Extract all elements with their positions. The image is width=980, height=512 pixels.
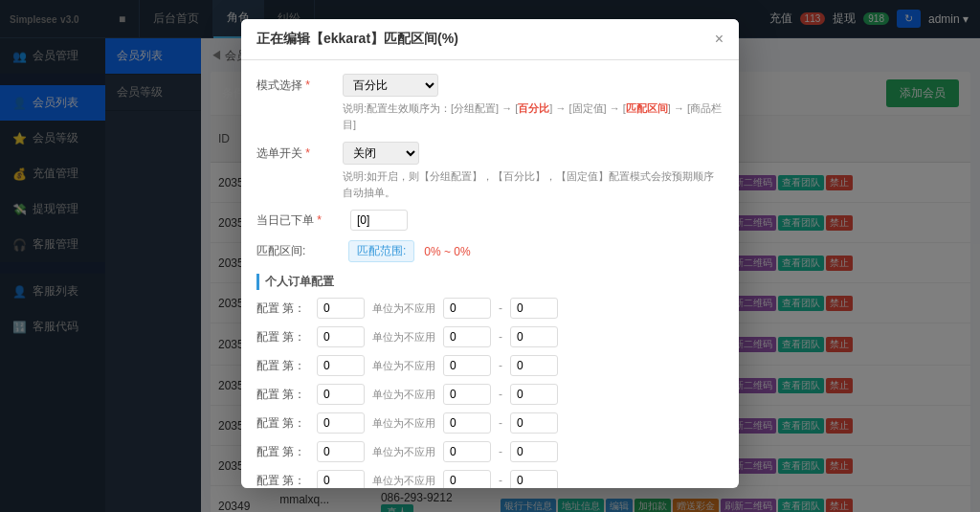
modal-title: 正在编辑【ekkarat】匹配区间(%)	[256, 31, 458, 48]
config-label-0: 配置 第：	[256, 301, 309, 317]
config-unit-4: 单位为不应用	[372, 416, 435, 431]
config-v2-6[interactable]	[510, 470, 558, 488]
config-v2-0[interactable]	[510, 298, 558, 319]
config-unit-6: 单位为不应用	[372, 474, 435, 488]
config-v2-4[interactable]	[510, 412, 558, 434]
mode-label-text: 模式选择	[256, 78, 302, 92]
config-unit-5: 单位为不应用	[372, 445, 435, 459]
today-orders-row: 当日已下单 *	[256, 210, 724, 231]
config-row-5: 配置 第： 单位为不应用 -	[256, 441, 724, 462]
config-label-2: 配置 第：	[256, 358, 309, 374]
match-range-label: 匹配区间:	[256, 243, 343, 259]
mode-row: 模式选择 * 百分比 固定值 匹配区间 说明:配置生效顺序为：[分组配置] → …	[256, 74, 724, 132]
modal-header: 正在编辑【ekkarat】匹配区间(%) ×	[241, 19, 739, 60]
config-row-4: 配置 第： 单位为不应用 -	[256, 412, 724, 434]
config-num-6[interactable]	[317, 470, 365, 488]
switch-label-text: 选单开关 *	[256, 142, 343, 162]
mode-hint: 说明:配置生效顺序为：[分组配置] → [百分比] → [固定值] → [匹配区…	[343, 100, 724, 132]
config-v1-3[interactable]	[443, 384, 491, 405]
config-v2-1[interactable]	[510, 326, 558, 347]
match-range-row: 匹配区间: 匹配范围: 0% ~ 0%	[256, 240, 724, 262]
switch-required: *	[305, 146, 310, 160]
match-range-val: 0% ~ 0%	[424, 245, 470, 258]
config-row-3: 配置 第： 单位为不应用 -	[256, 384, 724, 405]
config-num-5[interactable]	[317, 441, 365, 462]
personal-config-title: 个人订单配置	[256, 274, 724, 290]
today-value-input[interactable]	[350, 210, 408, 231]
config-v2-2[interactable]	[510, 355, 558, 376]
modal-body: 模式选择 * 百分比 固定值 匹配区间 说明:配置生效顺序为：[分组配置] → …	[241, 60, 739, 488]
divider-0: -	[499, 301, 502, 315]
switch-row: 选单开关 * 关闭 开启 说明:如开启，则【分组配置】，【百分比】，【固定值】配…	[256, 142, 724, 200]
config-v2-3[interactable]	[510, 384, 558, 405]
config-row-6: 配置 第： 单位为不应用 -	[256, 470, 724, 488]
config-label-4: 配置 第：	[256, 415, 309, 432]
config-num-0[interactable]	[317, 298, 365, 319]
divider-3: -	[499, 388, 502, 401]
config-v1-5[interactable]	[443, 441, 491, 462]
match-range-tag: 匹配范围:	[348, 240, 414, 262]
config-num-3[interactable]	[317, 384, 365, 405]
modal-overlay: 正在编辑【ekkarat】匹配区间(%) × 模式选择 * 百分比 固定值 匹配…	[0, 0, 980, 512]
mode-select[interactable]: 百分比 固定值 匹配区间	[343, 74, 438, 97]
config-label-5: 配置 第：	[256, 444, 309, 460]
config-v1-1[interactable]	[443, 326, 491, 347]
config-num-2[interactable]	[317, 355, 365, 376]
divider-5: -	[499, 445, 502, 458]
config-label-3: 配置 第：	[256, 387, 309, 403]
divider-4: -	[499, 416, 502, 430]
config-label-6: 配置 第：	[256, 473, 309, 489]
config-v1-2[interactable]	[443, 355, 491, 376]
config-num-1[interactable]	[317, 326, 365, 347]
config-v1-6[interactable]	[443, 470, 491, 488]
config-rows-container: 配置 第： 单位为不应用 - 配置 第： 单位为不应用 - 配置 第： 单位为不…	[256, 298, 724, 488]
config-unit-0: 单位为不应用	[372, 301, 435, 316]
config-v2-5[interactable]	[510, 441, 558, 462]
divider-1: -	[499, 330, 502, 344]
config-unit-2: 单位为不应用	[372, 359, 435, 373]
modal-dialog: 正在编辑【ekkarat】匹配区间(%) × 模式选择 * 百分比 固定值 匹配…	[241, 19, 739, 488]
switch-hint: 说明:如开启，则【分组配置】，【百分比】，【固定值】配置模式会按预期顺序自动抽单…	[343, 168, 724, 200]
mode-label: 模式选择 *	[256, 74, 343, 94]
config-label-1: 配置 第：	[256, 329, 309, 345]
divider-6: -	[499, 474, 502, 487]
config-unit-1: 单位为不应用	[372, 330, 435, 345]
switch-select[interactable]: 关闭 开启	[343, 142, 419, 165]
config-row-0: 配置 第： 单位为不应用 -	[256, 298, 724, 319]
config-v1-0[interactable]	[443, 298, 491, 319]
config-unit-3: 单位为不应用	[372, 388, 435, 402]
config-num-4[interactable]	[317, 412, 365, 434]
mode-control: 百分比 固定值 匹配区间 说明:配置生效顺序为：[分组配置] → [百分比] →…	[343, 74, 724, 132]
mode-required: *	[305, 78, 310, 92]
today-label: 当日已下单 *	[256, 212, 343, 229]
divider-2: -	[499, 359, 502, 372]
config-v1-4[interactable]	[443, 412, 491, 434]
config-row-2: 配置 第： 单位为不应用 -	[256, 355, 724, 376]
modal-close-button[interactable]: ×	[715, 31, 724, 48]
config-row-1: 配置 第： 单位为不应用 -	[256, 326, 724, 347]
switch-control: 关闭 开启 说明:如开启，则【分组配置】，【百分比】，【固定值】配置模式会按预期…	[343, 142, 724, 200]
